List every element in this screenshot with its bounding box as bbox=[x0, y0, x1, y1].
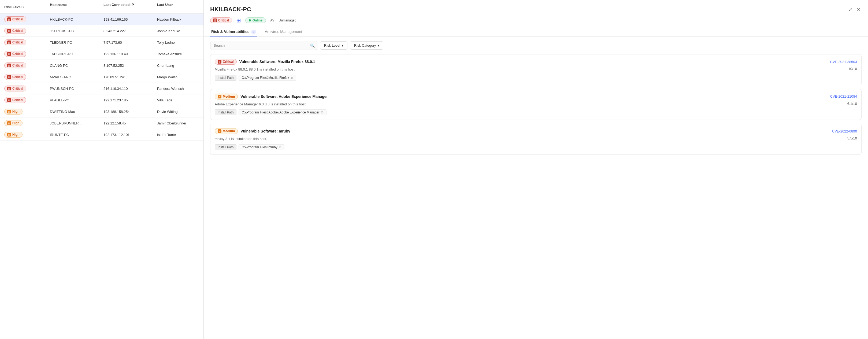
risk-badge: ||| Critical bbox=[4, 51, 26, 57]
tab-antivirus-management[interactable]: Antivirus Management bbox=[264, 27, 303, 36]
vuln-card-header: ||| Critical Vulnerable Software: Mozill… bbox=[215, 59, 857, 65]
chevron-down-icon: ▾ bbox=[342, 43, 343, 48]
vuln-score: 5.5/10 bbox=[847, 136, 857, 140]
hostname-cell: PWUNSCH-PC bbox=[50, 87, 103, 91]
copy-icon[interactable]: ⧉ bbox=[279, 145, 281, 149]
risk-badge: ||| Critical bbox=[4, 86, 26, 91]
hostname-cell: HKILBACK-PC bbox=[50, 18, 103, 22]
user-cell: Margo Walsh bbox=[157, 75, 204, 79]
risk-level-filter[interactable]: Risk Level ▾ bbox=[320, 41, 347, 50]
hostname-cell: IRUNTE-PC bbox=[50, 133, 103, 137]
critical-icon: ||| bbox=[218, 60, 221, 64]
chevron-down-icon-2: ▾ bbox=[377, 43, 379, 48]
vuln-title-row: I Medium Vulnerable Software: Adobe Expe… bbox=[215, 94, 328, 99]
vuln-title-row: ||| Critical Vulnerable Software: Mozill… bbox=[215, 59, 315, 65]
av-value: Unmanaged bbox=[279, 19, 296, 22]
medium-icon: I bbox=[218, 129, 221, 133]
install-path-row: Install Path C:\\Program Files\\Adobe\\A… bbox=[215, 110, 327, 115]
table-row[interactable]: ||| Critical TLEDNER-PC 7.57.173.60 Tell… bbox=[0, 37, 204, 48]
detail-content: 🔍 Risk Level ▾ Risk Category ▾ ||| Criti… bbox=[204, 37, 868, 339]
install-path-value: C:\\Program Files\\Adobe\\Adobe Experien… bbox=[239, 110, 326, 115]
vuln-risk-badge: I Medium bbox=[215, 128, 238, 134]
risk-badge: ||| Critical bbox=[4, 62, 26, 68]
risk-category-filter-label: Risk Category bbox=[354, 43, 376, 48]
vuln-body: Adobe Experience Manager 6.3.3.8 is inst… bbox=[215, 102, 857, 116]
table-row[interactable]: ||| Critical HKILBACK-PC 198.41.166.165 … bbox=[0, 14, 204, 25]
hostname-cell: TLEDNER-PC bbox=[50, 40, 103, 44]
device-list-panel: Risk Level ↓ Hostname Last Connected IP … bbox=[0, 0, 204, 339]
search-filter-row: 🔍 Risk Level ▾ Risk Category ▾ bbox=[210, 41, 862, 50]
table-row[interactable]: ||| Critical VFADEL-PC 192.171.237.85 Vi… bbox=[0, 94, 204, 106]
risk-badge: ||| Critical bbox=[4, 39, 26, 45]
device-risk-badge: ||| Critical bbox=[210, 18, 232, 23]
vuln-title-row: I Medium Vulnerable Software: mruby bbox=[215, 128, 290, 134]
last-connected-ip-column-header: Last Connected IP bbox=[103, 3, 157, 11]
tab-risk-&-vulnerabilities[interactable]: Risk & Vulnerabilities3 bbox=[210, 27, 257, 36]
ip-cell: 193.188.158.254 bbox=[103, 110, 157, 114]
table-row[interactable]: ||| Critical CLANG-PC 3.107.52.252 Cheri… bbox=[0, 60, 204, 71]
risk-icon: ||| bbox=[7, 110, 11, 114]
risk-level-column-header[interactable]: Risk Level ↓ bbox=[4, 3, 50, 11]
expand-button[interactable]: ⤢ bbox=[847, 5, 853, 13]
risk-cell: ||| High bbox=[4, 109, 50, 115]
risk-icon: ||| bbox=[7, 87, 11, 90]
risk-cell: ||| Critical bbox=[4, 39, 50, 45]
av-label: AV bbox=[270, 19, 275, 22]
ip-cell: 216.119.34.110 bbox=[103, 87, 157, 91]
ip-cell: 198.41.166.165 bbox=[103, 18, 157, 22]
vuln-description: Mozilla Firefox 88.0.1 88.0.1 is install… bbox=[215, 67, 296, 72]
copy-icon[interactable]: ⧉ bbox=[291, 76, 293, 80]
table-row[interactable]: ||| High IRUNTE-PC 192.173.112.101 Isidr… bbox=[0, 129, 204, 141]
close-button[interactable]: ✕ bbox=[856, 5, 862, 13]
install-path-row: Install Path C:\\Program Files\\mruby ⧉ bbox=[215, 144, 284, 150]
vuln-card-header: I Medium Vulnerable Software: mruby CVE-… bbox=[215, 128, 857, 134]
table-row[interactable]: ||| Critical PWUNSCH-PC 216.119.34.110 P… bbox=[0, 83, 204, 94]
vuln-risk-badge: ||| Critical bbox=[215, 59, 237, 65]
cve-link[interactable]: CVE-2022-0890 bbox=[832, 129, 857, 133]
vuln-score: 6.1/10 bbox=[847, 102, 857, 106]
hostname-cell: TABSHIRE-PC bbox=[50, 52, 103, 56]
ip-cell: 192.136.119.49 bbox=[103, 52, 157, 56]
vuln-description: Adobe Experience Manager 6.3.3.8 is inst… bbox=[215, 102, 327, 107]
medium-icon: I bbox=[218, 95, 221, 98]
ip-cell: 7.57.173.60 bbox=[103, 40, 157, 44]
cve-link[interactable]: CVE-2021-21084 bbox=[830, 94, 857, 98]
ip-cell: 3.107.52.252 bbox=[103, 64, 157, 68]
user-cell: Isidro Runte bbox=[157, 133, 204, 137]
user-cell: Davie Witting bbox=[157, 110, 204, 114]
online-dot bbox=[249, 19, 251, 22]
risk-category-filter[interactable]: Risk Category ▾ bbox=[350, 41, 383, 50]
install-path-label: Install Path bbox=[215, 75, 237, 81]
user-cell: Johnie Kerluke bbox=[157, 29, 204, 33]
vuln-body: mruby 3.1 is installed on this host. Ins… bbox=[215, 136, 857, 150]
hostname-column-header: Hostname bbox=[50, 3, 103, 11]
vulnerability-card: ||| Critical Vulnerable Software: Mozill… bbox=[210, 54, 862, 85]
user-cell: Telly Ledner bbox=[157, 40, 204, 44]
table-row[interactable]: ||| Critical JKERLUKE-PC 8.243.214.227 J… bbox=[0, 25, 204, 37]
device-detail-panel: HKILBACK-PC ⤢ ✕ ||| Critical ⊞ Online AV… bbox=[204, 0, 868, 339]
hostname-cell: JKERLUKE-PC bbox=[50, 29, 103, 33]
table-row[interactable]: ||| Critical MWALSH-PC 170.89.51.241 Mar… bbox=[0, 71, 204, 83]
install-path-row: Install Path C:\\Program Files\\Mozilla … bbox=[215, 75, 296, 81]
vuln-risk-badge: I Medium bbox=[215, 94, 238, 99]
device-risk-label: Critical bbox=[218, 19, 229, 22]
cve-link[interactable]: CVE-2021-38503 bbox=[830, 60, 857, 64]
table-row[interactable]: ||| High DWITTING-Mac 193.188.158.254 Da… bbox=[0, 106, 204, 118]
tab-count: 3 bbox=[251, 30, 256, 34]
search-icon: 🔍 bbox=[310, 43, 315, 48]
copy-icon[interactable]: ⧉ bbox=[321, 111, 323, 114]
vulnerability-card: I Medium Vulnerable Software: mruby CVE-… bbox=[210, 124, 862, 155]
hostname-cell: VFADEL-PC bbox=[50, 98, 103, 102]
table-row[interactable]: ||| High JOBERBRUNNER... 192.12.158.45 J… bbox=[0, 118, 204, 129]
risk-badge: ||| High bbox=[4, 132, 23, 137]
ip-cell: 192.173.112.101 bbox=[103, 133, 157, 137]
search-input[interactable] bbox=[210, 41, 317, 50]
risk-cell: ||| Critical bbox=[4, 62, 50, 68]
hostname-cell: CLANG-PC bbox=[50, 64, 103, 68]
vuln-score: 10/10 bbox=[848, 67, 857, 71]
install-path-value: C:\\Program Files\\Mozilla Firefox ⧉ bbox=[239, 75, 296, 81]
hostname-cell: MWALSH-PC bbox=[50, 75, 103, 79]
vuln-title: Vulnerable Software: mruby bbox=[241, 129, 290, 133]
table-row[interactable]: ||| Critical TABSHIRE-PC 192.136.119.49 … bbox=[0, 48, 204, 60]
vulnerability-list: ||| Critical Vulnerable Software: Mozill… bbox=[210, 54, 862, 155]
